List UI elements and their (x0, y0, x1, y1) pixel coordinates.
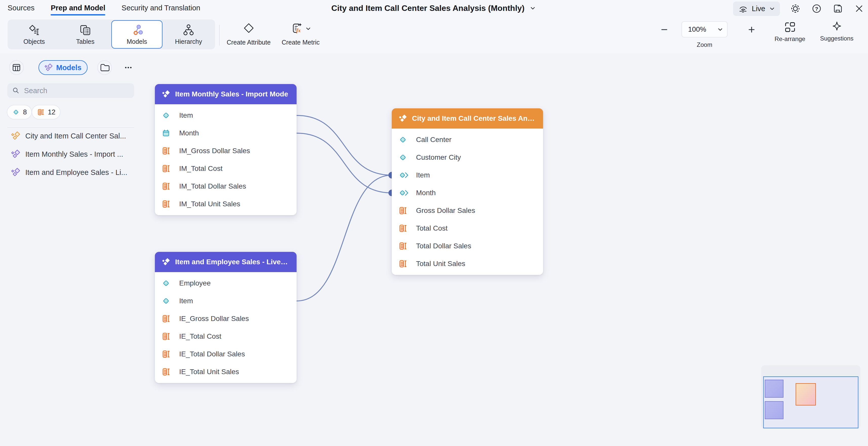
more-options-button[interactable] (121, 60, 136, 75)
close-icon[interactable] (853, 3, 865, 14)
metric-icon (161, 367, 174, 377)
row-ie-total-cost[interactable]: IE_Total Cost (155, 328, 297, 345)
model-card-header[interactable]: Item and Employee Sales - Live Mode (155, 252, 297, 272)
minimap-node (765, 401, 783, 419)
row-call-center[interactable]: Call Center (392, 131, 543, 149)
models-cluster-icon (44, 63, 53, 72)
row-total-unit-sales[interactable]: Total Unit Sales (392, 255, 543, 273)
view-button-label: Tables (76, 38, 94, 45)
live-connection-icon (738, 3, 748, 14)
row-label: IM_Total Dollar Sales (179, 182, 246, 190)
model-cluster-icon (11, 149, 21, 159)
rearrange-label: Re-arrange (775, 35, 805, 42)
metric-count-chip[interactable]: 12 (32, 105, 60, 119)
svg-text:?: ? (815, 6, 818, 12)
row-label: IM_Gross Dollar Sales (179, 147, 250, 155)
row-employee[interactable]: Employee (155, 274, 297, 292)
row-ie-total-unit-sales[interactable]: IE_Total Unit Sales (155, 363, 297, 381)
row-ie-total-dollar-sales[interactable]: IE_Total Dollar Sales (155, 345, 297, 363)
row-label: IE_Gross Dollar Sales (179, 315, 249, 323)
rearrange-button[interactable]: Re-arrange (770, 20, 810, 42)
attribute-linked-icon (398, 171, 411, 180)
search-input[interactable] (24, 86, 130, 95)
metric-icon (398, 241, 411, 250)
model-card-ie[interactable]: Item and Employee Sales - Live ModeEmplo… (155, 252, 297, 383)
attribute-count-chip[interactable]: 8 (7, 105, 32, 119)
row-total-cost[interactable]: Total Cost (392, 219, 543, 237)
row-item[interactable]: Item (155, 292, 297, 310)
save-icon[interactable] (832, 3, 844, 14)
search-icon (12, 87, 20, 95)
live-label: Live (752, 5, 765, 13)
sidebar-model-label: Item and Employee Sales - Li... (25, 168, 127, 177)
svg-text:fx: fx (296, 28, 301, 33)
folder-button[interactable] (97, 60, 112, 75)
model-card-header[interactable]: Item Monthly Sales - Import Mode (155, 84, 297, 104)
row-total-dollar-sales[interactable]: Total Dollar Sales (392, 237, 543, 255)
suggestions-label: Suggestions (820, 35, 853, 42)
live-mode-selector[interactable]: Live (733, 2, 780, 16)
objects-icon (28, 24, 41, 37)
create-metric-button[interactable]: fx Create Metric (273, 21, 329, 48)
suggestions-button[interactable]: Suggestions (813, 20, 860, 42)
zoom-in-button[interactable] (745, 23, 758, 36)
create-attribute-button[interactable]: Create Attribute (226, 21, 271, 48)
row-label: Total Unit Sales (416, 260, 465, 268)
sidebar-model-item[interactable]: Item Monthly Sales - Import ... (11, 145, 127, 163)
metric-icon (398, 259, 411, 268)
view-button-label: Hierarchy (175, 38, 202, 45)
attribute-linked-icon (398, 188, 411, 198)
row-label: IE_Total Unit Sales (179, 368, 239, 376)
model-card-city[interactable]: City and Item Call Center Sales Analysi.… (392, 108, 543, 275)
minimap-node (765, 380, 783, 398)
row-customer-city[interactable]: Customer City (392, 149, 543, 166)
metric-count: 12 (48, 108, 55, 116)
row-month[interactable]: Month (392, 184, 543, 202)
attribute-icon (398, 153, 411, 162)
zoom-out-button[interactable] (657, 23, 671, 36)
model-card-im[interactable]: Item Monthly Sales - Import ModeItemMont… (155, 84, 297, 215)
model-icon (162, 90, 170, 99)
models-filter-pill[interactable]: Models (38, 60, 88, 75)
metric-icon (161, 200, 174, 209)
attribute-icon (161, 296, 174, 305)
models-pill-label: Models (56, 63, 82, 72)
row-month[interactable]: Month (155, 124, 297, 142)
view-button-tables[interactable]: Tables (60, 20, 110, 49)
row-gross-dollar-sales[interactable]: Gross Dollar Sales (392, 202, 543, 219)
chevron-down-icon[interactable] (305, 25, 312, 32)
view-button-label: Models (127, 38, 147, 45)
attribute-icon (398, 135, 411, 144)
toolbar-divider (219, 25, 220, 46)
zoom-level-value: 100% (688, 25, 706, 33)
table-view-button[interactable] (9, 60, 24, 75)
row-ie-gross-dollar-sales[interactable]: IE_Gross Dollar Sales (155, 310, 297, 328)
plus-icon (747, 25, 756, 34)
tables-icon (79, 24, 92, 37)
view-button-objects[interactable]: Objects (9, 20, 59, 49)
row-im-total-cost[interactable]: IM_Total Cost (155, 160, 297, 177)
sidebar-model-item[interactable]: City and Item Call Center Sal... (11, 127, 127, 145)
row-im-total-unit-sales[interactable]: IM_Total Unit Sales (155, 195, 297, 213)
help-icon[interactable]: ? (811, 3, 823, 14)
zoom-level-select[interactable]: 100% (681, 21, 727, 37)
tab-sources[interactable]: Sources (8, 4, 34, 12)
view-button-models[interactable]: Models (111, 20, 162, 49)
row-im-gross-dollar-sales[interactable]: IM_Gross Dollar Sales (155, 142, 297, 160)
row-item[interactable]: Item (155, 107, 297, 124)
minus-icon (660, 25, 669, 34)
view-button-hierarchy[interactable]: Hierarchy (163, 20, 214, 49)
sidebar-model-label: Item Monthly Sales - Import ... (25, 150, 123, 158)
tab-prep-and-model[interactable]: Prep and Model (51, 4, 105, 12)
settings-gear-icon[interactable] (789, 3, 801, 14)
row-label: IE_Total Dollar Sales (179, 350, 245, 358)
create-attribute-label: Create Attribute (227, 39, 271, 46)
row-item[interactable]: Item (392, 166, 543, 184)
minimap[interactable] (761, 365, 860, 429)
model-card-header[interactable]: City and Item Call Center Sales Analysi.… (392, 108, 543, 128)
sidebar-model-item[interactable]: Item and Employee Sales - Li... (11, 163, 127, 181)
tab-security-and-translation[interactable]: Security and Translation (121, 4, 200, 12)
model-card-body: Call CenterCustomer CityItemMonthGross D… (392, 128, 543, 275)
row-im-total-dollar-sales[interactable]: IM_Total Dollar Sales (155, 177, 297, 195)
title-chevron-down-icon[interactable] (529, 5, 537, 11)
